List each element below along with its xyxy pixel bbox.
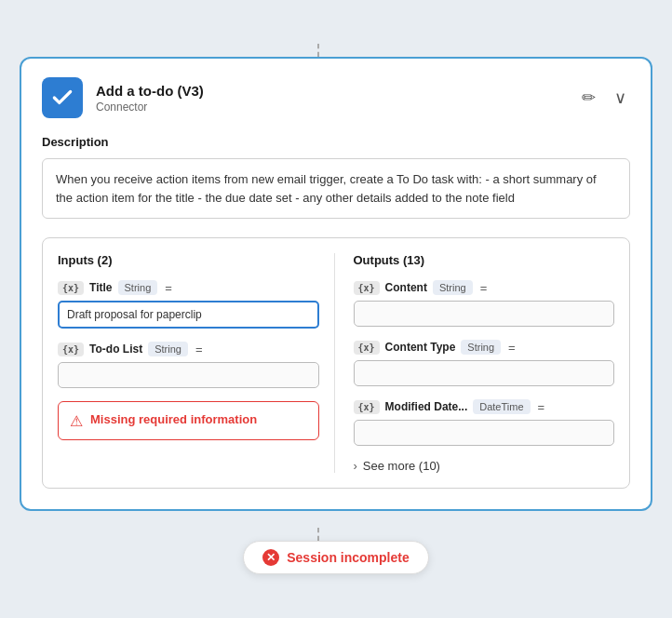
description-label: Description xyxy=(42,135,630,149)
output-field-modifieddate: {x} Modified Date... DateTime = xyxy=(354,399,615,446)
see-more-button[interactable]: › See more (10) xyxy=(354,459,615,473)
input-todolist-label-row: {x} To-do List String = xyxy=(58,342,319,356)
input-title-eq: = xyxy=(165,281,172,295)
io-section: Inputs (2) {x} Title String = {x} To-do … xyxy=(42,237,630,489)
input-title-name: Title xyxy=(89,281,112,294)
input-todolist-field[interactable] xyxy=(58,362,319,388)
error-icon: ⚠ xyxy=(70,412,83,430)
input-todolist-badge: {x} xyxy=(58,343,84,356)
input-title-badge: {x} xyxy=(58,281,84,295)
output-field-contenttype: {x} Content Type String = xyxy=(354,340,615,386)
description-text: When you receive action items from new e… xyxy=(42,158,630,219)
output-content-label-row: {x} Content String = xyxy=(354,280,615,295)
header-actions: ✏ ∨ xyxy=(578,86,630,110)
output-modifieddate-name: Modified Date... xyxy=(385,400,468,413)
output-field-content: {x} Content String = xyxy=(354,280,615,327)
output-content-type: String xyxy=(433,280,473,295)
output-contenttype-type: String xyxy=(461,340,501,355)
output-content-field[interactable] xyxy=(354,301,615,327)
outputs-column: Outputs (13) {x} Content String = {x} Co… xyxy=(350,253,615,473)
output-content-eq: = xyxy=(480,281,488,295)
output-modifieddate-field[interactable] xyxy=(354,420,615,446)
action-subtitle: Connector xyxy=(96,101,204,114)
output-modifieddate-label-row: {x} Modified Date... DateTime = xyxy=(354,399,615,414)
input-title-type: String xyxy=(118,280,158,295)
input-title-label-row: {x} Title String = xyxy=(58,280,319,295)
chevron-right-icon: › xyxy=(354,459,357,473)
edit-button[interactable]: ✏ xyxy=(578,86,599,110)
output-content-badge: {x} xyxy=(354,281,380,295)
input-todolist-eq: = xyxy=(195,343,203,356)
error-text: Missing required information xyxy=(90,411,257,428)
input-field-todolist: {x} To-do List String = xyxy=(58,342,319,388)
see-more-label: See more (10) xyxy=(363,459,440,473)
app-icon xyxy=(42,77,83,118)
error-box: ⚠ Missing required information xyxy=(58,401,319,440)
output-contenttype-field[interactable] xyxy=(354,360,615,386)
input-title-field[interactable] xyxy=(58,301,319,329)
output-content-name: Content xyxy=(385,281,427,294)
output-modifieddate-eq: = xyxy=(538,400,545,414)
output-contenttype-name: Content Type xyxy=(385,341,456,354)
output-contenttype-badge: {x} xyxy=(354,341,380,355)
input-todolist-type: String xyxy=(148,342,188,356)
inputs-title: Inputs (2) xyxy=(58,253,319,267)
output-modifieddate-badge: {x} xyxy=(354,400,380,414)
expand-button[interactable]: ∨ xyxy=(611,86,630,110)
header-titles: Add a to-do (V3) Connector xyxy=(96,83,204,114)
session-error-icon: ✕ xyxy=(262,549,279,566)
output-modifieddate-type: DateTime xyxy=(473,399,530,414)
output-contenttype-eq: = xyxy=(508,341,516,355)
input-field-title: {x} Title String = xyxy=(58,280,319,329)
header-left: Add a to-do (V3) Connector xyxy=(42,77,204,118)
card-header: Add a to-do (V3) Connector ✏ ∨ xyxy=(42,77,630,118)
outputs-title: Outputs (13) xyxy=(354,253,615,267)
action-title: Add a to-do (V3) xyxy=(96,83,204,99)
inputs-column: Inputs (2) {x} Title String = {x} To-do … xyxy=(58,253,335,473)
action-card: Add a to-do (V3) Connector ✏ ∨ Descripti… xyxy=(20,57,652,511)
input-todolist-name: To-do List xyxy=(89,343,142,356)
session-badge: ✕ Session incomplete xyxy=(243,541,428,574)
output-contenttype-label-row: {x} Content Type String = xyxy=(354,340,615,355)
session-text: Session incomplete xyxy=(287,550,409,565)
